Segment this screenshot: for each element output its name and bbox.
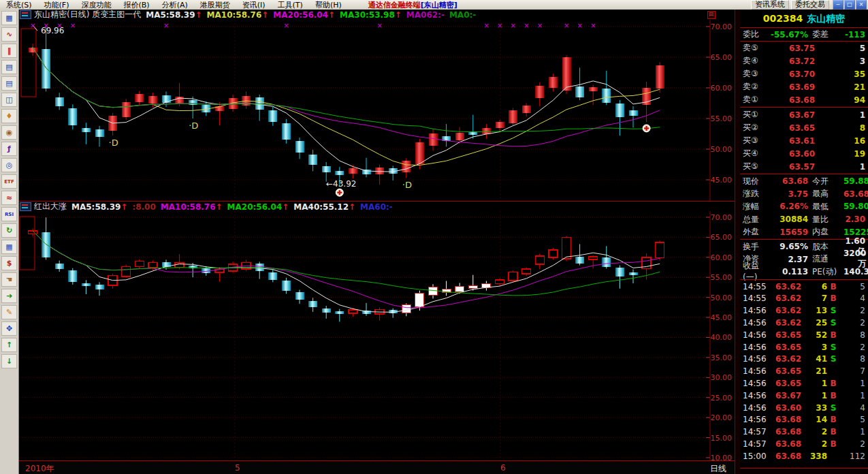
ask-row[interactable]: 卖④63.723 xyxy=(740,54,868,67)
stat-row: 现价63.68今开59.88 xyxy=(740,175,868,188)
minute-chart-icon[interactable]: ∿ xyxy=(1,27,17,42)
svg-text:×: × xyxy=(283,22,289,29)
pane-maximize-icon[interactable]: 回 xyxy=(707,11,716,19)
candlestick-icon[interactable]: ‖ xyxy=(1,44,17,58)
svg-text:×: × xyxy=(377,22,383,29)
weibi-row: 委比 -55.67% 委差 -113 xyxy=(740,28,868,42)
grid-small-icon[interactable]: ▦ xyxy=(1,240,17,254)
time-axis[interactable]: 2010年 5 6 日线 xyxy=(18,460,735,474)
close-icon[interactable]: × xyxy=(856,0,867,10)
bid-row[interactable]: 买⑤63.571 xyxy=(740,160,868,173)
month-label: 5 xyxy=(235,463,240,473)
svg-text:55.00: 55.00 xyxy=(711,114,733,123)
window-layout-icon[interactable]: ◫ xyxy=(1,93,17,107)
main-chart-header: 东山精密(日线) 质变主图一代 MA5:58.39↑MA10:58.76↑MA2… xyxy=(18,10,735,20)
menu-item[interactable]: 分析(A) xyxy=(156,1,194,10)
etf-icon[interactable]: ETF xyxy=(1,174,17,189)
ma-value: :8.00 xyxy=(132,202,155,212)
titlebar-button[interactable]: 委托交易 xyxy=(791,0,829,10)
bid-row[interactable]: 买③63.6116 xyxy=(740,134,868,147)
chart-type-icon[interactable] xyxy=(20,10,31,19)
restore-icon[interactable]: □ xyxy=(844,0,855,10)
window-controls: ─□× xyxy=(832,0,867,10)
app-title-text: 通达信金融终端 xyxy=(368,1,421,10)
pencil-icon[interactable]: ✎ xyxy=(1,305,17,319)
weibi-value: -55.67% xyxy=(770,30,808,40)
svg-text:·D: ·D xyxy=(189,121,198,131)
menu-item[interactable]: 深度功能 xyxy=(76,1,118,10)
ma-value: MA60:- xyxy=(360,202,393,212)
ask-row[interactable]: 卖②63.6921 xyxy=(740,80,868,93)
ask-row[interactable]: 卖①63.6894 xyxy=(740,93,868,106)
bid-row[interactable]: 买②63.658 xyxy=(740,121,868,134)
arrow-down-icon[interactable]: ↓ xyxy=(1,354,17,368)
svg-text:65.00: 65.00 xyxy=(711,233,733,242)
indicator-icon[interactable] xyxy=(20,202,31,211)
ma-value: MA40:55.12↑ xyxy=(293,202,355,212)
up-arrow-icon: ↑ xyxy=(216,202,223,212)
info-list-icon[interactable]: ▤ xyxy=(1,76,17,91)
svg-text:50.00: 50.00 xyxy=(711,145,733,154)
month-label: 6 xyxy=(500,463,506,473)
menu-item[interactable]: 报价(B) xyxy=(118,1,156,10)
refresh-icon[interactable]: ↻ xyxy=(1,223,17,238)
svg-text:×: × xyxy=(497,22,502,29)
stat-row: 总量30884量比2.30 xyxy=(740,213,868,226)
main-ma-values: MA5:58.39↑MA10:58.76↑MA20:56.04↑MA30:53.… xyxy=(141,10,476,20)
up-arrow-icon: ↑ xyxy=(282,202,289,212)
tick-row: 15:0063.68338112 xyxy=(740,450,868,462)
ma-value: MA10:58.76↑ xyxy=(207,10,269,20)
move-cross-icon[interactable]: ✥ xyxy=(1,321,17,336)
tick-row: 14:5663.6814B5 xyxy=(740,414,868,426)
main-candlestick-chart[interactable]: 70.0065.0060.0055.0050.0045.0069.96←43.9… xyxy=(18,20,735,201)
ma-value: MA0:- xyxy=(449,10,476,20)
stock-header: 002384东山精密 xyxy=(740,10,868,28)
quote-stats: 现价63.68今开59.88涨跌3.75最高63.68涨幅6.26%最低59.8… xyxy=(740,175,868,238)
arrow-up-icon[interactable]: ↑ xyxy=(1,338,17,352)
zoom-search-icon[interactable]: ◎ xyxy=(1,158,17,172)
tick-list[interactable]: 14:5563.626B514:5563.627B414:5663.6213S2… xyxy=(740,281,868,462)
ask-row[interactable]: 卖⑤63.755 xyxy=(740,42,868,54)
tick-row: 14:5663.6033S4 xyxy=(740,402,868,414)
ask-row[interactable]: 卖③63.7035 xyxy=(740,67,868,80)
up-arrow-icon: ↑ xyxy=(261,10,268,20)
quote-grid-icon[interactable]: ▦ xyxy=(1,11,17,25)
menu-item[interactable]: 帮助(H) xyxy=(309,1,348,10)
svg-text:60.00: 60.00 xyxy=(711,84,733,93)
up-arrow-icon: ↑ xyxy=(195,10,202,20)
exit-icon[interactable]: ➜ xyxy=(1,289,17,303)
svg-text:25.00: 25.00 xyxy=(711,394,733,402)
minimize-icon[interactable]: ─ xyxy=(833,0,843,10)
hand-pointer-icon[interactable]: ☚ xyxy=(1,272,17,287)
quote-list-icon[interactable]: ▤ xyxy=(1,60,17,74)
svg-text:×: × xyxy=(44,22,49,29)
rsi-icon[interactable]: RSI xyxy=(1,207,17,221)
up-arrow-icon: ↑ xyxy=(395,10,402,20)
stat-row: 涨跌3.75最高63.68 xyxy=(740,188,868,201)
menu-item[interactable]: 资讯(I) xyxy=(236,1,272,10)
menu-item[interactable]: 系统(S) xyxy=(0,1,38,10)
wave-icon[interactable]: ≈ xyxy=(1,191,17,205)
ma-value: MA10:58.76↑ xyxy=(161,202,223,212)
svg-text:×: × xyxy=(57,22,62,29)
money-icon[interactable]: $ xyxy=(1,256,17,270)
indicator-header: 红出大涨 MA5:58.39↑:8.00MA10:58.76↑MA20:56.0… xyxy=(18,201,735,212)
bid-row[interactable]: 买①63.671 xyxy=(740,108,868,121)
indicator-candlestick-chart[interactable]: 70.0065.0060.0055.0050.0045.0040.0035.00… xyxy=(18,211,735,460)
weicha-label: 委差 xyxy=(808,29,843,40)
svg-text:20.00: 20.00 xyxy=(711,413,733,422)
formula-icon[interactable]: ƒ xyxy=(1,142,17,156)
tick-row: 14:5763.682B2 xyxy=(740,438,868,450)
svg-text:15.00: 15.00 xyxy=(711,434,733,443)
tick-row: 14:5663.6552B8 xyxy=(740,329,868,341)
bid-row[interactable]: 买④63.6019 xyxy=(740,147,868,160)
community-icon[interactable]: ◉ xyxy=(1,125,17,140)
message-icon[interactable]: ♦ xyxy=(1,109,17,123)
menu-bar: 系统(S)功能(F)深度功能报价(B)分析(A)港股期货资讯(I)工具(T)帮助… xyxy=(0,0,348,10)
menu-item[interactable]: 工具(T) xyxy=(272,1,309,10)
titlebar-button[interactable]: 资讯系统 xyxy=(751,0,789,10)
left-toolbar: ▦∿‖▤▤◫♦◉ƒ◎ETF≈RSI↻▦$☚➜✎✥↑↓ xyxy=(0,10,19,474)
ma-value: MA5:58.39↑ xyxy=(71,202,127,212)
menu-item[interactable]: 功能(F) xyxy=(38,1,76,10)
menu-item[interactable]: 港股期货 xyxy=(194,1,236,10)
